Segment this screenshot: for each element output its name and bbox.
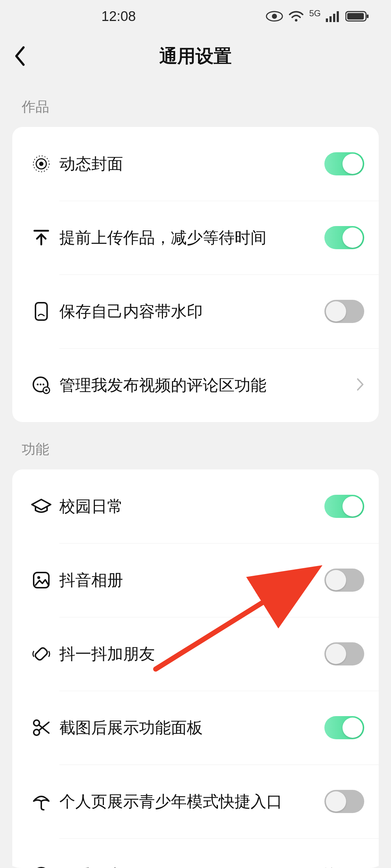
svg-rect-8	[347, 13, 364, 20]
scissors-icon	[23, 718, 59, 737]
row-teen-mode-entry[interactable]: 个人页展示青少年模式快捷入口	[12, 765, 379, 838]
network-label: 5G	[309, 8, 321, 18]
row-label: 提前上传作品，减少等待时间	[59, 227, 324, 248]
svg-point-21	[45, 389, 47, 391]
section-label-features: 功能	[0, 422, 391, 469]
row-value: 关闭	[321, 865, 352, 868]
header: 通用设置	[0, 33, 391, 80]
card-works: 动态封面 提前上传作品，减少等待时间 保存自己内容带水印 管理我发布视频的评论区…	[12, 127, 379, 422]
toggle-teen-mode-entry[interactable]	[324, 790, 364, 813]
toggle-dynamic-cover[interactable]	[324, 152, 364, 175]
card-features: 校园日常 抖音相册 抖一抖加朋友 截图后展示功能面板 个人页展示青少年模式快捷入…	[12, 469, 379, 868]
row-preupload[interactable]: 提前上传作品，减少等待时间	[12, 201, 379, 275]
graduation-cap-icon	[23, 497, 59, 515]
svg-point-24	[37, 576, 40, 579]
row-manage-comments[interactable]: 管理我发布视频的评论区功能	[12, 348, 379, 422]
svg-rect-6	[337, 11, 339, 22]
row-label: 校园日常	[59, 496, 324, 517]
comment-settings-icon	[23, 375, 59, 395]
svg-point-19	[43, 384, 45, 386]
row-label: 动态封面	[59, 153, 324, 175]
image-icon	[23, 570, 59, 590]
toggle-preupload[interactable]	[324, 226, 364, 249]
upload-icon	[23, 228, 59, 247]
svg-rect-25	[34, 647, 49, 661]
shake-icon	[23, 644, 59, 664]
umbrella-icon	[23, 792, 59, 811]
svg-point-17	[37, 384, 39, 386]
status-time: 12:08	[101, 9, 136, 24]
battery-icon	[345, 10, 369, 22]
eye-icon	[266, 11, 283, 22]
toggle-save-watermark[interactable]	[324, 300, 364, 323]
phone-icon	[23, 301, 59, 322]
row-label: 观看历史	[59, 865, 321, 868]
svg-rect-9	[367, 14, 369, 18]
row-dynamic-cover[interactable]: 动态封面	[12, 127, 379, 201]
chevron-right-icon	[356, 378, 364, 393]
svg-point-10	[39, 162, 43, 166]
svg-rect-4	[329, 16, 332, 22]
status-icons: 5G	[266, 10, 369, 22]
row-campus-daily[interactable]: 校园日常	[12, 469, 379, 543]
row-screenshot-panel[interactable]: 截图后展示功能面板	[12, 691, 379, 765]
wifi-icon	[288, 10, 304, 22]
svg-point-18	[40, 384, 42, 386]
toggle-douyin-album[interactable]	[324, 569, 364, 592]
row-douyin-album[interactable]: 抖音相册	[12, 543, 379, 617]
back-button[interactable]	[0, 33, 40, 80]
svg-rect-3	[326, 18, 328, 22]
svg-point-1	[272, 14, 277, 19]
row-label: 截图后展示功能面板	[59, 717, 324, 739]
svg-marker-22	[32, 499, 51, 510]
chevron-left-icon	[13, 45, 27, 67]
page-title: 通用设置	[0, 44, 391, 68]
clock-icon	[23, 866, 59, 868]
section-label-works: 作品	[0, 80, 391, 127]
row-label: 抖一抖加朋友	[59, 643, 324, 665]
signal-icon	[326, 10, 340, 22]
row-watch-history[interactable]: 观看历史 关闭	[12, 838, 379, 868]
svg-point-2	[295, 19, 297, 22]
row-label: 抖音相册	[59, 570, 324, 591]
target-icon	[23, 154, 59, 174]
toggle-shake-friend[interactable]	[324, 642, 364, 665]
svg-rect-15	[35, 303, 47, 320]
toggle-screenshot-panel[interactable]	[324, 716, 364, 739]
status-bar: 12:08 5G	[0, 0, 391, 33]
row-label: 个人页展示青少年模式快捷入口	[59, 791, 324, 812]
row-save-watermark[interactable]: 保存自己内容带水印	[12, 275, 379, 348]
row-label: 管理我发布视频的评论区功能	[59, 375, 356, 396]
svg-rect-5	[333, 14, 335, 22]
row-label: 保存自己内容带水印	[59, 301, 324, 322]
row-shake-friend[interactable]: 抖一抖加朋友	[12, 617, 379, 691]
toggle-campus-daily[interactable]	[324, 495, 364, 518]
